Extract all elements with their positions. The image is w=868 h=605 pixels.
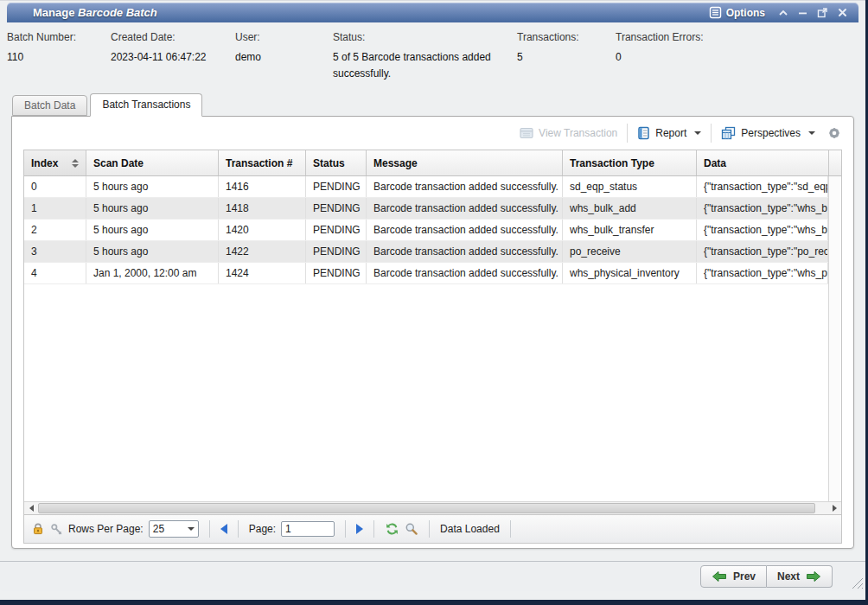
info-field-user: User:demo bbox=[235, 31, 333, 90]
cell: sd_eqp_status bbox=[563, 176, 697, 197]
info-value: demo bbox=[235, 49, 326, 66]
info-bar: Batch Number:110Created Date:2023-04-11 … bbox=[0, 22, 865, 90]
table-row[interactable]: 25 hours ago1420PENDINGBarcode transacti… bbox=[24, 220, 828, 241]
cell: 5 hours ago bbox=[86, 176, 219, 197]
rows-per-page-select[interactable]: 25 bbox=[149, 520, 199, 538]
vertical-scrollbar[interactable] bbox=[828, 176, 841, 501]
maximize-button[interactable] bbox=[814, 5, 832, 21]
info-value: 5 of 5 Barcode transactions added succes… bbox=[333, 49, 493, 81]
rows-per-page-label: Rows Per Page: bbox=[68, 523, 144, 535]
cell: PENDING bbox=[306, 220, 367, 240]
tab-batch-transactions[interactable]: Batch Transactions bbox=[90, 93, 202, 117]
info-label: Transactions: bbox=[517, 31, 609, 43]
report-button[interactable]: Report bbox=[632, 123, 706, 143]
pager-separator bbox=[429, 520, 430, 538]
next-button[interactable]: Next bbox=[767, 565, 833, 588]
table-header-row: IndexScan DateTransaction #StatusMessage… bbox=[24, 150, 841, 176]
key-icon bbox=[50, 523, 63, 536]
close-button[interactable] bbox=[833, 5, 852, 21]
view-transaction-label: View Transaction bbox=[539, 127, 617, 139]
next-page-button[interactable] bbox=[356, 524, 363, 534]
page-number-input[interactable] bbox=[281, 521, 335, 537]
table-row[interactable]: 05 hours ago1416PENDINGBarcode transacti… bbox=[24, 176, 828, 198]
table-body: 05 hours ago1416PENDINGBarcode transacti… bbox=[24, 176, 828, 501]
cell: {"transaction_type":"sd_eqp_statu bbox=[697, 176, 828, 197]
transactions-grid: IndexScan DateTransaction #StatusMessage… bbox=[23, 150, 842, 544]
batch-transactions-panel: View Transaction Report Perspectives bbox=[11, 116, 854, 549]
gear-icon bbox=[827, 126, 841, 140]
scroll-right-button[interactable] bbox=[827, 505, 841, 512]
header-scrollbar-spacer bbox=[829, 150, 841, 175]
header-label: Status bbox=[313, 157, 345, 169]
minimize-icon bbox=[798, 9, 807, 17]
info-field-transactions: Transactions:5 bbox=[517, 31, 616, 90]
header-cell-scan-date[interactable]: Scan Date bbox=[86, 150, 219, 175]
pager-bar: Rows Per Page: 25 Page: bbox=[24, 514, 841, 543]
cell: Barcode transaction added successfully. bbox=[367, 241, 563, 262]
cell: PENDING bbox=[306, 241, 367, 262]
cell: 5 hours ago bbox=[86, 198, 219, 219]
tab-batch-data[interactable]: Batch Data bbox=[12, 95, 87, 116]
pager-separator bbox=[345, 520, 346, 538]
lock-button[interactable] bbox=[31, 522, 45, 536]
cell: {"transaction_type":"po_receive","r bbox=[697, 241, 828, 262]
cell: Barcode transaction added successfully. bbox=[367, 263, 563, 283]
tab-bar: Batch Data Batch Transactions bbox=[12, 93, 865, 116]
cell: 1418 bbox=[219, 198, 306, 219]
chevron-down-icon bbox=[188, 527, 195, 531]
window-title-prefix: Manage bbox=[33, 6, 74, 19]
column-settings-button[interactable] bbox=[50, 523, 63, 536]
grid-settings-button[interactable] bbox=[827, 126, 841, 140]
table-row[interactable]: 35 hours ago1422PENDINGBarcode transacti… bbox=[24, 241, 828, 263]
maximize-icon bbox=[817, 7, 828, 18]
options-menu-button[interactable]: Options bbox=[702, 5, 772, 20]
cell: Barcode transaction added successfully. bbox=[367, 176, 563, 197]
horizontal-scrollbar[interactable] bbox=[24, 501, 841, 514]
chevron-down-icon bbox=[808, 131, 815, 135]
info-label: Batch Number: bbox=[7, 31, 104, 43]
header-cell-transaction[interactable]: Transaction # bbox=[219, 150, 306, 175]
pager-separator bbox=[238, 520, 239, 538]
header-cell-data[interactable]: Data bbox=[697, 150, 829, 175]
info-value: 2023-04-11 06:47:22 bbox=[111, 49, 228, 66]
report-label: Report bbox=[655, 127, 686, 139]
pager-separator bbox=[373, 520, 374, 538]
cell: po_receive bbox=[563, 241, 697, 262]
cell: Barcode transaction added successfully. bbox=[367, 198, 563, 219]
resize-grip[interactable] bbox=[851, 576, 863, 589]
info-label: Status: bbox=[333, 31, 510, 43]
sort-icon[interactable] bbox=[72, 159, 79, 168]
search-icon bbox=[405, 522, 418, 536]
lock-icon bbox=[31, 522, 45, 536]
info-label: Transaction Errors: bbox=[616, 31, 747, 43]
header-cell-status[interactable]: Status bbox=[306, 150, 367, 175]
cell: whs_bulk_add bbox=[563, 198, 697, 219]
header-label: Transaction # bbox=[226, 157, 292, 169]
header-cell-index[interactable]: Index bbox=[24, 150, 86, 175]
close-icon bbox=[838, 8, 847, 17]
perspectives-icon bbox=[721, 126, 736, 140]
info-label: User: bbox=[235, 31, 326, 43]
minimize-button[interactable] bbox=[794, 5, 812, 21]
prev-page-button[interactable] bbox=[220, 524, 227, 534]
scroll-left-button[interactable] bbox=[24, 505, 38, 512]
table-row[interactable]: 4Jan 1, 2000, 12:00 am1424PENDINGBarcode… bbox=[24, 263, 828, 284]
header-cell-transaction-type[interactable]: Transaction Type bbox=[563, 150, 697, 175]
perspectives-button[interactable]: Perspectives bbox=[716, 123, 820, 143]
refresh-button[interactable] bbox=[385, 522, 399, 536]
horizontal-scrollbar-thumb[interactable] bbox=[38, 503, 815, 513]
prev-button[interactable]: Prev bbox=[700, 565, 767, 588]
info-value: 5 bbox=[517, 49, 609, 66]
collapse-button[interactable] bbox=[774, 5, 792, 21]
cell: Jan 1, 2000, 12:00 am bbox=[86, 263, 219, 283]
window-title: Manage Barcode Batch bbox=[33, 6, 157, 19]
chevron-down-icon bbox=[694, 131, 701, 135]
info-value: 110 bbox=[7, 49, 104, 66]
options-label: Options bbox=[726, 7, 765, 19]
toolbar-separator bbox=[711, 124, 712, 143]
header-cell-message[interactable]: Message bbox=[367, 150, 563, 175]
search-button[interactable] bbox=[405, 522, 418, 536]
table-row[interactable]: 15 hours ago1418PENDINGBarcode transacti… bbox=[24, 198, 828, 220]
nav-buttons: Prev Next bbox=[700, 565, 833, 588]
view-transaction-button[interactable]: View Transaction bbox=[514, 124, 622, 143]
